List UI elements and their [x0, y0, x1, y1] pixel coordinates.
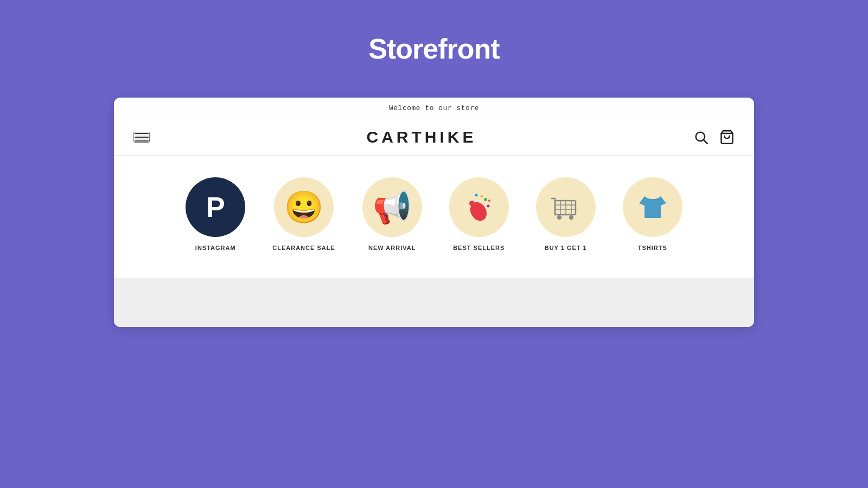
buy1get1-cart-icon [547, 189, 584, 226]
navbar: CARTHIKE [114, 119, 754, 156]
categories-section: P INSTAGRAM 😀 CLEARANCE SALE 📢 NEW ARRIV… [114, 156, 754, 278]
svg-point-16 [557, 215, 561, 220]
storefront-window: Welcome to our store CARTHIKE [114, 98, 754, 327]
hamburger-menu-button[interactable] [133, 132, 150, 143]
category-instagram[interactable]: P INSTAGRAM [186, 177, 245, 251]
category-circle-buy1get1 [536, 177, 596, 237]
svg-rect-10 [555, 201, 576, 215]
svg-line-1 [704, 140, 707, 143]
search-button[interactable] [693, 130, 709, 145]
svg-point-9 [488, 200, 490, 202]
category-tshirts[interactable]: TSHIRTS [623, 177, 682, 251]
category-buy1get1[interactable]: BUY 1 GET 1 [536, 177, 596, 251]
category-circle-tshirts [623, 177, 682, 237]
new-arrival-emoji-icon: 📢 [373, 191, 412, 223]
search-icon [693, 130, 709, 145]
page-title: Storefront [368, 33, 499, 65]
category-clearance-sale[interactable]: 😀 CLEARANCE SALE [272, 177, 335, 251]
svg-point-4 [469, 201, 475, 206]
category-label-instagram: INSTAGRAM [195, 245, 236, 251]
tshirts-icon [634, 188, 672, 226]
nav-icons [693, 130, 735, 145]
clearance-emoji-icon: 😀 [284, 191, 323, 223]
instagram-p-icon: P [206, 191, 225, 223]
category-label-new-arrival: NEW ARRIVAL [368, 245, 416, 251]
category-circle-clearance: 😀 [274, 177, 334, 237]
svg-point-6 [487, 204, 490, 207]
category-best-sellers[interactable]: BEST SELLERS [449, 177, 509, 251]
category-label-best-sellers: BEST SELLERS [453, 245, 505, 251]
category-circle-instagram: P [186, 177, 245, 237]
category-label-buy1get1: BUY 1 GET 1 [545, 245, 587, 251]
category-new-arrival[interactable]: 📢 NEW ARRIVAL [362, 177, 422, 251]
category-circle-best-sellers [449, 177, 509, 237]
category-label-clearance: CLEARANCE SALE [272, 245, 335, 251]
welcome-bar: Welcome to our store [114, 98, 754, 119]
brand-name: CARTHIKE [367, 128, 477, 146]
bag-icon [719, 130, 735, 145]
footer-section [114, 278, 754, 327]
svg-point-5 [484, 198, 487, 201]
bag-button[interactable] [719, 130, 735, 145]
svg-point-7 [481, 195, 483, 197]
category-circle-new-arrival: 📢 [362, 177, 422, 237]
svg-point-17 [569, 215, 573, 220]
category-label-tshirts: TSHIRTS [638, 245, 667, 251]
best-sellers-icon [461, 190, 496, 225]
svg-point-8 [475, 194, 478, 196]
